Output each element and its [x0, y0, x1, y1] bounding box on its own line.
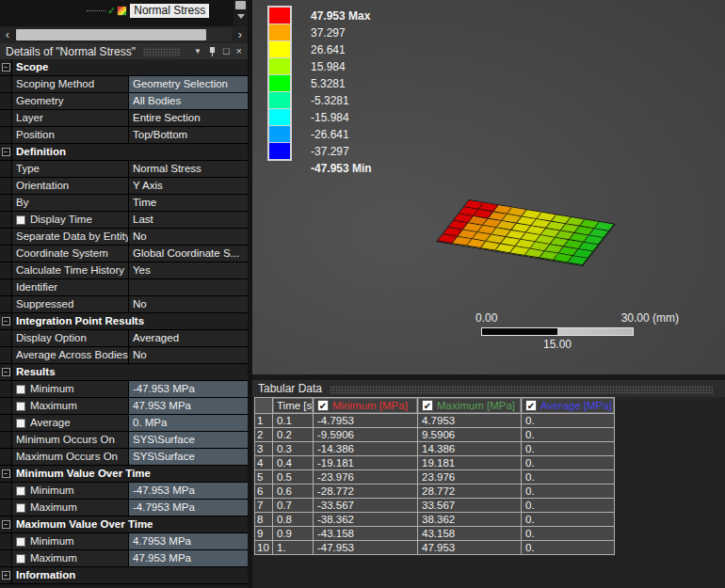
graphics-viewport[interactable]: 47.953 Max37.29726.64115.9845.3281-5.328… — [252, 0, 725, 374]
expand-icon[interactable]: + — [2, 571, 10, 580]
table-cell[interactable]: 33.567 — [418, 499, 522, 513]
table-cell[interactable]: 4.7953 — [418, 414, 522, 428]
table-cell[interactable]: 28.772 — [418, 485, 522, 499]
table-cell[interactable]: 0.7 — [273, 499, 314, 513]
property-value[interactable]: -47.953 MPa — [129, 483, 248, 499]
table-cell[interactable]: 23.976 — [418, 470, 522, 485]
checkbox-checked[interactable]: ✔ — [525, 400, 537, 411]
table-cell[interactable]: 19.181 — [418, 456, 522, 470]
row-number[interactable]: 6 — [255, 485, 273, 499]
checkbox[interactable] — [16, 385, 25, 394]
property-value[interactable]: Global Coordinate S... — [129, 246, 248, 262]
row-number[interactable]: 8 — [255, 513, 273, 527]
property-value[interactable]: No — [129, 296, 248, 312]
property-value[interactable]: Y Axis — [129, 178, 248, 194]
checkbox[interactable] — [16, 486, 25, 496]
property-value[interactable]: SYS\Surface — [129, 449, 248, 465]
property-value[interactable]: No — [129, 347, 248, 363]
table-cell[interactable]: 0.8 — [273, 513, 314, 527]
column-header-maximum-mpa[interactable]: ✔Maximum [MPa] — [418, 397, 522, 414]
contour-mesh-plot[interactable] — [436, 199, 616, 266]
checkbox[interactable] — [16, 537, 25, 547]
column-header-time-s[interactable]: Time [s] — [273, 397, 314, 414]
checkbox-checked[interactable]: ✔ — [422, 400, 433, 411]
pin-icon[interactable] — [208, 46, 217, 57]
table-cell[interactable]: 0. — [522, 513, 615, 527]
table-cell[interactable]: 47.953 — [418, 541, 522, 555]
property-value[interactable]: 4.7953 MPa — [129, 533, 248, 549]
table-cell[interactable]: 0. — [522, 470, 615, 485]
table-cell[interactable]: 0.2 — [273, 428, 314, 442]
table-cell[interactable]: -9.5906 — [314, 428, 418, 442]
table-cell[interactable]: 0. — [522, 527, 615, 541]
property-value[interactable]: Yes — [129, 262, 248, 278]
scrollbar-thumb[interactable] — [16, 29, 206, 40]
table-cell[interactable]: 0.3 — [273, 442, 314, 456]
table-cell[interactable]: -28.772 — [314, 485, 418, 499]
tree-item-label[interactable]: Normal Stress — [130, 4, 209, 18]
table-cell[interactable]: 0. — [522, 499, 615, 513]
table-cell[interactable]: 1. — [273, 541, 314, 555]
table-cell[interactable]: 43.158 — [418, 527, 522, 541]
scrollbar-track[interactable] — [16, 28, 232, 41]
collapse-icon[interactable]: − — [2, 368, 10, 376]
row-number[interactable]: 7 — [255, 499, 273, 513]
property-value[interactable]: Last — [129, 212, 248, 228]
tree-vertical-scrollbar[interactable] — [234, 0, 248, 26]
checkbox[interactable] — [16, 215, 25, 225]
property-value[interactable]: -4.7953 MPa — [129, 500, 248, 516]
property-value[interactable]: No — [129, 229, 248, 245]
table-cell[interactable]: -47.953 — [314, 541, 418, 555]
row-number[interactable]: 5 — [255, 470, 273, 485]
property-value[interactable]: Time — [129, 195, 248, 211]
collapse-icon[interactable]: − — [2, 148, 10, 156]
table-cell[interactable]: 0. — [522, 442, 615, 456]
table-cell[interactable]: 0. — [522, 414, 615, 428]
scroll-down-button[interactable] — [234, 9, 248, 23]
property-value[interactable]: SYS\Surface — [129, 432, 248, 448]
row-number[interactable]: 3 — [255, 442, 273, 456]
table-cell[interactable]: -23.976 — [314, 470, 418, 485]
table-cell[interactable]: 9.5906 — [418, 428, 522, 442]
checkbox[interactable] — [16, 419, 25, 428]
float-window-icon[interactable]: □ — [223, 46, 230, 56]
property-value[interactable]: All Bodies — [129, 93, 248, 109]
collapse-icon[interactable]: − — [2, 317, 10, 326]
table-cell[interactable]: 0. — [522, 485, 615, 499]
table-cell[interactable]: 0.4 — [273, 456, 314, 470]
row-number[interactable]: 1 — [255, 414, 273, 428]
scrollbar-thumb[interactable] — [235, 1, 246, 9]
table-cell[interactable]: -19.181 — [314, 456, 418, 470]
property-value[interactable]: Top/Bottom — [129, 127, 248, 143]
dropdown-arrow-icon[interactable]: ▼ — [194, 46, 201, 56]
property-value[interactable]: 0. MPa — [129, 415, 248, 431]
column-header-minimum-mpa[interactable]: ✔Minimum [MPa] — [314, 397, 418, 414]
scroll-right-button[interactable]: › — [233, 27, 248, 42]
table-cell[interactable]: 0.1 — [273, 414, 314, 428]
property-value[interactable]: Averaged — [129, 330, 248, 346]
row-number[interactable]: 2 — [255, 428, 273, 442]
collapse-icon[interactable]: − — [2, 520, 10, 529]
tree-item-normal-stress[interactable]: ✓ Normal Stress — [87, 3, 209, 18]
property-value[interactable]: -47.953 MPa — [129, 381, 248, 397]
property-value[interactable]: 47.953 MPa — [129, 398, 248, 414]
table-cell[interactable]: 0.9 — [273, 527, 314, 541]
table-cell[interactable]: 38.362 — [418, 513, 522, 527]
row-number[interactable]: 4 — [255, 456, 273, 470]
checkbox-checked[interactable]: ✔ — [317, 400, 329, 411]
row-number[interactable]: 10 — [255, 541, 273, 555]
column-header-average-mpa[interactable]: ✔Average [MPa] — [522, 397, 615, 414]
table-cell[interactable]: 0. — [522, 428, 615, 442]
collapse-icon[interactable]: − — [2, 469, 10, 478]
scroll-left-button[interactable]: ‹ — [0, 27, 15, 42]
property-value[interactable]: Geometry Selection — [129, 76, 248, 92]
table-cell[interactable]: 0. — [522, 456, 615, 470]
property-value[interactable] — [129, 279, 248, 295]
table-cell[interactable]: -38.362 — [314, 513, 418, 527]
table-cell[interactable]: -33.567 — [314, 499, 418, 513]
table-cell[interactable]: 0. — [522, 541, 615, 555]
checkbox[interactable] — [16, 402, 25, 411]
property-value[interactable]: Normal Stress — [129, 161, 248, 177]
table-cell[interactable]: 0.5 — [273, 470, 314, 485]
checkbox[interactable] — [16, 503, 25, 513]
